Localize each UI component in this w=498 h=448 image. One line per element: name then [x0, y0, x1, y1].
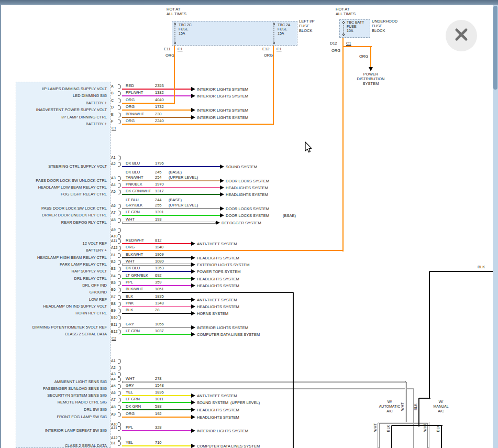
circuit-number: 278: [155, 376, 162, 381]
wire-arrow: [191, 269, 195, 274]
wire-A8: [122, 222, 216, 224]
pin-A11: A11: [111, 425, 117, 430]
signal-label: REMOTE RADIO CTRL SIG: [17, 400, 107, 405]
scrollbar-thumb[interactable]: [493, 6, 497, 90]
net-ambient-light-run: [378, 423, 380, 448]
wire-A5: [122, 194, 220, 195]
pin-B4: B4: [111, 274, 116, 278]
wire-color-label: LT GRN: [126, 329, 140, 333]
wire-arrow: [191, 325, 195, 330]
fuse-name: TBC 2C: [179, 23, 192, 27]
signal-label: HEADLAMP ON IND SUPPLY VOLT: [17, 304, 107, 309]
pin-bracket: [118, 391, 121, 396]
wire-color-label: BLK: [478, 265, 485, 269]
wire-target-qualifier: (BSAE): [283, 213, 296, 218]
signal-label: DRL OFF IND: [17, 283, 107, 288]
wire-B8: [122, 306, 191, 307]
wire-color-label: DK BLU: [126, 161, 140, 166]
circuit-number: 254: [155, 175, 162, 180]
wire-color-label: ORG: [126, 118, 135, 123]
net-blk-run: [391, 425, 392, 448]
wire-A2: [122, 166, 220, 167]
wire-D: [122, 110, 191, 111]
vertical-scrollbar[interactable]: [493, 5, 498, 448]
pin-A1: A1: [111, 358, 116, 363]
wire-color-label: YEL: [126, 390, 133, 395]
pin-bracket: [118, 204, 121, 209]
pin-A2: A2: [111, 161, 116, 166]
wire-arrow: [191, 115, 195, 119]
circuit-number: 588: [155, 404, 162, 409]
circuit-number: 1353: [155, 266, 164, 270]
circuit-number: 812: [155, 238, 162, 243]
signal-label: DRL RELAY CTRL: [17, 276, 107, 281]
tap-pin-label: D12: [330, 41, 337, 46]
wire-A5: [122, 388, 414, 389]
net-d12-batt-feed: [342, 38, 344, 252]
pin-bracket: [118, 384, 121, 389]
pin-A1: A1: [111, 155, 116, 160]
pin-bracket: [118, 176, 121, 181]
wire-color-label: BLK: [126, 294, 133, 299]
hot-at-label: ALL TIMES: [336, 12, 356, 16]
connector-label-C1: C1: [112, 126, 116, 130]
net-blk-run: [441, 425, 442, 448]
pin-bracket: [118, 315, 121, 320]
pin-A4: A4: [111, 182, 116, 187]
pin-A12: A12: [111, 435, 117, 440]
wire-color-label: WHT: [126, 217, 135, 222]
wire-target: INTERIOR LIGHTS SYSTEM: [197, 325, 248, 330]
circuit-number: 1056: [155, 322, 164, 326]
circuit-number: 2353: [155, 83, 164, 88]
signal-label: BATTERY +: [17, 101, 107, 105]
wire-arrow: [191, 408, 195, 412]
wire-target: EXTERIOR LIGHTS SYSTEM: [197, 263, 249, 267]
pin-bracket: [118, 372, 121, 377]
pin-A7: A7: [111, 397, 116, 402]
wire-target-qualifier: (UPPER LEVEL): [230, 400, 260, 405]
fuse-icon: [172, 22, 178, 47]
circuit-number: 359: [155, 280, 162, 285]
hot-at-label: HOT AT: [336, 7, 349, 12]
close-button[interactable]: [446, 20, 477, 51]
pin-bracket: [118, 190, 121, 194]
wire-color-label: RED: [126, 83, 134, 88]
circuit-number: 1851: [155, 287, 164, 291]
net-blk-run: [419, 398, 430, 399]
circuit-number: 1796: [155, 161, 164, 166]
wire-color-label: PPL/WHT: [126, 90, 143, 95]
wire-A7: [122, 215, 220, 216]
wire-arrow: [191, 263, 195, 267]
wire-target: INTERIOR LIGHTS SYSTEM: [197, 94, 248, 99]
wire-target: HEADLIGHTS SYSTEM: [197, 304, 239, 309]
circuit-number: 1382: [155, 90, 164, 95]
pin-A10: A10: [111, 234, 117, 238]
wire-target: DOOR LOCKS SYSTEM: [226, 206, 269, 211]
pin-B2: B2: [111, 259, 116, 264]
wire-target: HEADLIGHTS SYSTEM: [197, 283, 239, 288]
power-distribution-label: DISTRIBUTION: [350, 77, 392, 81]
wire-color-label: DK GRN/WHT: [126, 189, 151, 193]
fuse-label: FUSE: [347, 25, 357, 29]
wire-arrow: [191, 256, 195, 260]
wire-color-label: YEL: [126, 440, 133, 445]
pin-B1: B1: [111, 253, 116, 257]
pin-bracket: [118, 105, 121, 110]
wire-A11: [122, 243, 191, 244]
pin-bracket: [118, 183, 121, 188]
signal-label: PARK LAMP RELAY CTRL: [17, 262, 107, 267]
wire-B9: [122, 313, 191, 314]
wire-arrow: [216, 221, 220, 225]
fuse-rating: 15A: [179, 31, 185, 36]
wire-target: HEADLIGHTS SYSTEM: [226, 185, 268, 190]
wire-B5: [122, 285, 191, 286]
wire-arrow: [191, 283, 195, 288]
signal-label: I/P LAMP DINNING CTRL: [17, 115, 107, 119]
wire-B3: [122, 271, 191, 272]
wire-color-label: WHT: [126, 259, 135, 264]
wire-B1: [122, 257, 191, 258]
pin-bracket: [118, 426, 121, 431]
net-blk-run: [418, 398, 419, 427]
pin-bracket: [118, 119, 121, 124]
wire-color-label: LT GRN: [126, 397, 140, 401]
